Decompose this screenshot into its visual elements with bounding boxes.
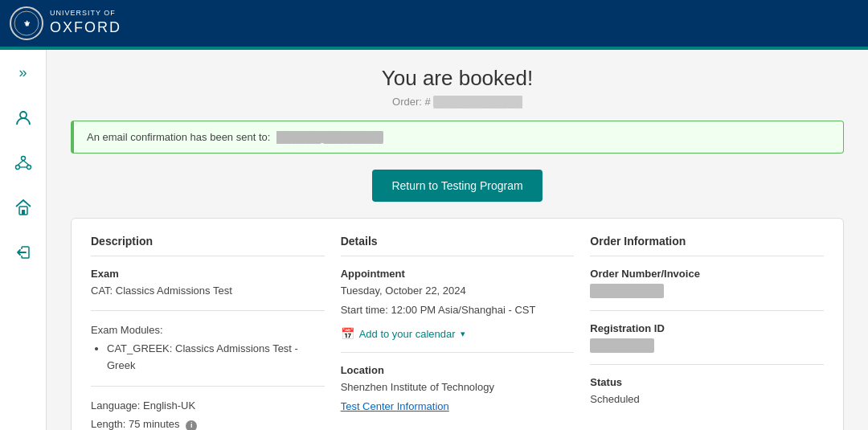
- sidebar-collapse-icon[interactable]: »: [9, 58, 38, 87]
- oxford-logo-icon: ⚜: [10, 6, 43, 40]
- svg-point-3: [21, 157, 25, 161]
- appointment-label: Appointment: [341, 268, 575, 280]
- length: Length: 75 minutes i: [91, 416, 325, 430]
- location-label: Location: [341, 364, 575, 376]
- sidebar-network-icon[interactable]: [9, 148, 38, 177]
- svg-text:⚜: ⚜: [23, 19, 31, 28]
- description-divider: [91, 310, 325, 311]
- sidebar-user-icon[interactable]: [9, 103, 38, 132]
- chevron-down-icon: ▾: [461, 329, 465, 339]
- order-number-label: Order Number/Invoice: [590, 268, 824, 280]
- registration-id-label: Registration ID: [590, 322, 824, 334]
- details-card: Description Exam CAT: Classics Admission…: [71, 218, 844, 430]
- details-column: Details Appointment Tuesday, October 22,…: [341, 235, 575, 430]
- sidebar: »: [0, 50, 47, 430]
- registration-id-blurred: ████████: [590, 338, 654, 353]
- appointment-date: Tuesday, October 22, 2024: [341, 283, 575, 299]
- location-name: Shenzhen Institute of Technology: [341, 379, 575, 395]
- svg-point-4: [15, 166, 19, 170]
- details-divider: [341, 352, 575, 353]
- exam-name: CAT: Classics Admissions Test: [91, 283, 325, 299]
- list-item: CAT_GREEK: Classics Admissions Test - Gr…: [107, 341, 325, 375]
- registration-id-value: ████████: [590, 338, 824, 354]
- svg-point-2: [20, 112, 27, 118]
- top-bar: ⚜ UNIVERSITY OF OXFORD: [0, 0, 868, 47]
- main-layout: »: [0, 50, 868, 430]
- content-area: You are booked! Order: # ████████████ An…: [47, 50, 868, 430]
- svg-point-5: [27, 166, 31, 170]
- modules-list: CAT_GREEK: Classics Admissions Test - Gr…: [107, 341, 325, 375]
- order-number-blurred-value: ███ ████ ███: [590, 284, 664, 298]
- svg-rect-10: [22, 210, 25, 215]
- add-to-calendar-button[interactable]: 📅 Add to your calendar ▾: [341, 327, 465, 340]
- logo-text: UNIVERSITY OF OXFORD: [50, 9, 121, 37]
- language: Language: English-UK: [91, 398, 325, 414]
- order-info-divider: [590, 310, 824, 311]
- details-header: Details: [341, 235, 575, 256]
- confirmation-banner: An email confirmation has been sent to: …: [71, 121, 844, 154]
- description-divider2: [91, 386, 325, 387]
- return-button-container: Return to Testing Program: [71, 170, 844, 202]
- sidebar-home-icon[interactable]: [9, 193, 38, 222]
- start-time: Start time: 12:00 PM Asia/Shanghai - CST: [341, 302, 575, 318]
- exam-label: Exam: [91, 268, 325, 280]
- order-info-column: Order Information Order Number/Invoice █…: [590, 235, 824, 430]
- order-number-blurred: ████████████: [433, 96, 522, 108]
- test-center-link[interactable]: Test Center Information: [341, 400, 449, 412]
- modules-label: Exam Modules:: [91, 322, 325, 338]
- description-header: Description: [91, 235, 325, 256]
- logo-area: ⚜ UNIVERSITY OF OXFORD: [10, 6, 121, 40]
- svg-line-6: [18, 161, 23, 166]
- order-info-divider2: [590, 364, 824, 365]
- info-icon[interactable]: i: [186, 420, 197, 430]
- details-grid: Description Exam CAT: Classics Admission…: [91, 235, 824, 430]
- page-title: You are booked!: [71, 66, 844, 91]
- svg-line-7: [23, 161, 29, 166]
- calendar-icon: 📅: [341, 327, 354, 340]
- length-value: 75 minutes: [129, 418, 180, 430]
- return-to-testing-program-button[interactable]: Return to Testing Program: [372, 170, 542, 202]
- status-label: Status: [590, 376, 824, 388]
- order-number-value: ███ ████ ███: [590, 283, 824, 299]
- description-column: Description Exam CAT: Classics Admission…: [91, 235, 325, 430]
- order-number: Order: # ████████████: [71, 96, 844, 108]
- email-blurred: ██████ ████████: [276, 131, 383, 143]
- status-value: Scheduled: [590, 391, 824, 407]
- sidebar-logout-icon[interactable]: [9, 238, 38, 267]
- order-info-header: Order Information: [590, 235, 824, 256]
